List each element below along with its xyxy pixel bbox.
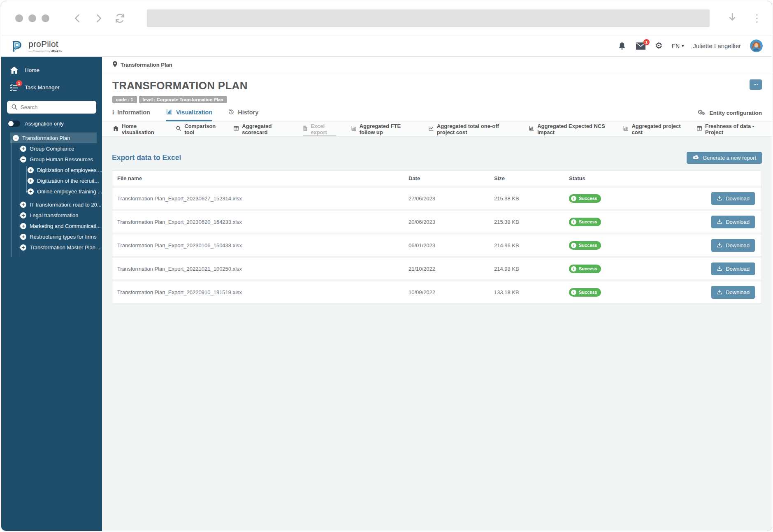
notification-bell-icon[interactable] [617, 42, 627, 51]
sidebar-item-home[interactable]: Home [1, 62, 102, 79]
expand-icon[interactable]: + [20, 234, 26, 240]
back-icon[interactable] [72, 13, 83, 23]
language-selector[interactable]: EN ▾ [672, 43, 684, 49]
browser-menu-icon[interactable]: ⋮ [752, 13, 762, 23]
subtab-aggregated-expected-ncs-impact[interactable]: Aggregated Expected NCS impact [529, 122, 608, 136]
window-close-button[interactable] [15, 14, 23, 22]
tree-item-digitization-employees[interactable]: + Digitization of employees ... [1, 165, 102, 175]
more-actions-button[interactable]: ... [750, 79, 762, 90]
history-icon [228, 109, 234, 116]
subtab-freshness-of-data-project[interactable]: Freshness of data - Project [696, 122, 761, 136]
generate-report-button[interactable]: Generate a new report [687, 152, 762, 164]
home-icon [113, 125, 119, 132]
task-manager-badge: 1 [16, 80, 22, 86]
tree-item-label: Legal transformation [30, 212, 79, 218]
settings-gear-icon[interactable]: ⚙ [655, 42, 663, 50]
generate-report-label: Generate a new report [703, 155, 756, 161]
expand-icon[interactable]: + [20, 223, 26, 229]
tab-information[interactable]: i Information [112, 108, 150, 121]
col-status: Status [569, 175, 672, 181]
language-label: EN [672, 43, 680, 49]
expand-icon[interactable]: + [20, 146, 26, 152]
file-date: 20/06/2023 [409, 219, 494, 225]
subtab-comparison-tool[interactable]: Comparison tool [176, 122, 218, 136]
avatar[interactable] [750, 39, 763, 52]
tree-item-group-human-ressources[interactable]: − Group Human Ressources [1, 154, 102, 165]
collapse-icon[interactable]: − [13, 135, 19, 141]
sidebar-item-task-manager[interactable]: 1 Task Manager [1, 79, 102, 96]
sidebar: Home 1 Task Manager Assignation only [1, 57, 102, 531]
assignation-label: Assignation only [25, 121, 64, 127]
tree-item-transformation-master-plan[interactable]: + Transformation Master Plan -... [1, 242, 102, 253]
subtab-excel-export[interactable]: Excel export [303, 122, 336, 136]
window-minimize-button[interactable] [28, 14, 36, 22]
tree-item-label: Digitization of employees ... [37, 167, 102, 173]
download-button[interactable]: Download [711, 286, 755, 299]
assignation-toggle[interactable] [8, 121, 20, 127]
subtab-label: Aggregated scorecard [242, 123, 288, 135]
window-maximize-button[interactable] [42, 14, 49, 22]
download-button[interactable]: Download [711, 192, 755, 205]
forward-icon[interactable] [93, 13, 104, 23]
url-bar[interactable] [147, 9, 710, 27]
subtab-label: Aggregated total one-off project cost [437, 123, 514, 135]
tree-item-digitization-recruit[interactable]: + Digitization of the recruit... [1, 175, 102, 186]
tree-item-restructuring-types[interactable]: + Restructuring types for firms [1, 231, 102, 242]
messages-icon[interactable]: 1 [636, 42, 646, 50]
tree-item-it-transformation[interactable]: + IT transformation: road to 20... [1, 199, 102, 210]
refresh-icon[interactable] [114, 13, 125, 24]
subtab-label: Comparison tool [184, 123, 218, 135]
file-date: 10/09/2022 [409, 289, 494, 295]
gears-icon: ⚙⚙ [698, 109, 707, 117]
collapse-icon[interactable]: − [20, 156, 26, 163]
info-icon: i [571, 266, 576, 272]
file-size: 214.98 KB [494, 266, 569, 272]
expand-icon[interactable]: + [20, 244, 26, 251]
subtab-label: Aggregated project cost [631, 123, 682, 135]
home-icon [9, 66, 19, 74]
window-controls[interactable] [15, 14, 49, 22]
tree-item-marketing-communication[interactable]: + Marketing and Communicati... [1, 221, 102, 231]
location-pin-icon [112, 61, 118, 69]
download-button[interactable]: Download [711, 216, 755, 228]
section-title: Export data to Excel [112, 153, 181, 162]
tree-item-legal-transformation[interactable]: + Legal transformation [1, 210, 102, 221]
user-name[interactable]: Juliette Langellier [693, 42, 741, 49]
search-input[interactable] [7, 101, 96, 114]
tree-item-label: Transformation Master Plan -... [30, 244, 103, 251]
breadcrumb-label[interactable]: Transformation Plan [121, 62, 172, 68]
table-row: Transformation Plan_Export_20221021_1002… [112, 256, 761, 279]
tab-visualization[interactable]: Visualization [166, 108, 212, 121]
subtab-home-visualisation[interactable]: Home visualisation [113, 122, 161, 136]
entity-configuration-button[interactable]: ⚙⚙ Entity configuration [698, 109, 762, 121]
powered-by: — Powered by dFakto [28, 49, 62, 53]
table-icon [696, 125, 702, 132]
toggle-knob [8, 121, 14, 126]
expand-icon[interactable]: + [28, 188, 34, 195]
subtab-aggregated-total-one-off-project-cost[interactable]: Aggregated total one-off project cost [428, 122, 514, 136]
download-button[interactable]: Download [711, 239, 755, 252]
expand-icon[interactable]: + [28, 167, 34, 173]
expand-icon[interactable]: + [20, 212, 26, 218]
sidebar-item-label: Task Manager [25, 84, 60, 91]
tree-item-transformation-plan[interactable]: − Transformation Plan [10, 132, 97, 143]
subtab-label: Aggregated Expected NCS impact [537, 123, 608, 135]
status-badge: iSuccess [569, 288, 601, 297]
download-button[interactable]: Download [711, 263, 755, 275]
table-header: File name Date Size Status [112, 171, 761, 186]
tree-item-label: Group Compliance [30, 146, 74, 152]
sidebar-item-label: Home [25, 67, 39, 73]
tree-item-online-training[interactable]: + Online employee training ... [1, 186, 102, 197]
download-arrow-icon[interactable] [727, 12, 738, 24]
tree-item-group-compliance[interactable]: + Group Compliance [1, 143, 102, 154]
breadcrumb: Transformation Plan [102, 57, 772, 73]
tab-history[interactable]: History [228, 108, 258, 121]
expand-icon[interactable]: + [28, 178, 34, 184]
browser-window: ⋮ proPilot — Powered by dFakto 1 [1, 1, 772, 531]
subtab-aggregated-fte-follow-up[interactable]: Aggregated FTE follow up [351, 122, 413, 136]
subtab-aggregated-project-cost[interactable]: Aggregated project cost [623, 122, 682, 136]
tree-item-label: Marketing and Communicati... [30, 223, 101, 229]
file-name: Transformation Plan_Export_20220910_1915… [117, 289, 409, 295]
subtab-aggregated-scorecard[interactable]: Aggregated scorecard [233, 122, 288, 136]
expand-icon[interactable]: + [20, 202, 26, 208]
